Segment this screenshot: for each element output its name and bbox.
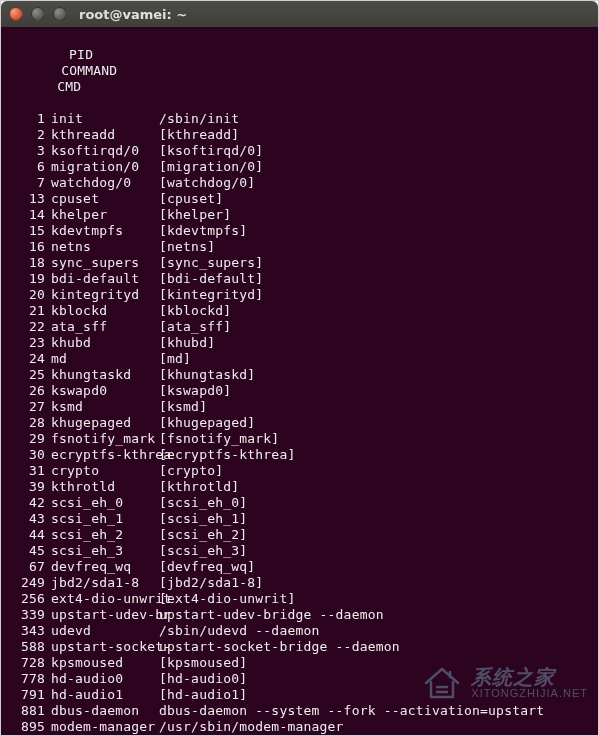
- cell-pid: 29: [7, 431, 45, 447]
- header-cmd: CMD: [55, 79, 81, 95]
- cell-cmd: [scsi_eh_0]: [157, 495, 247, 511]
- window-frame: root@vamei: ~ PID COMMAND CMD 1init/sbin…: [0, 0, 599, 736]
- cell-command: ecryptfs-kthrea: [45, 447, 157, 463]
- window-minimize-button[interactable]: [31, 7, 45, 21]
- process-row: 27ksmd[ksmd]: [7, 399, 592, 415]
- cell-pid: 7: [7, 175, 45, 191]
- cell-command: kthreadd: [45, 127, 157, 143]
- process-row: 7watchdog/0[watchdog/0]: [7, 175, 592, 191]
- cell-cmd: [kdevtmpfs]: [157, 223, 247, 239]
- cell-pid: 67: [7, 559, 45, 575]
- process-row: 339upstart-udev-brupstart-udev-bridge --…: [7, 607, 592, 623]
- cell-pid: 881: [7, 703, 45, 719]
- cell-pid: 19: [7, 271, 45, 287]
- cell-cmd: [jbd2/sda1-8]: [157, 575, 263, 591]
- cell-pid: 20: [7, 287, 45, 303]
- window-maximize-button[interactable]: [53, 7, 67, 21]
- cell-cmd: [bdi-default]: [157, 271, 263, 287]
- cell-cmd: [ksmd]: [157, 399, 207, 415]
- cell-cmd: [crypto]: [157, 463, 223, 479]
- process-row: 22ata_sff[ata_sff]: [7, 319, 592, 335]
- cell-cmd: [khugepaged]: [157, 415, 255, 431]
- cell-pid: 2: [7, 127, 45, 143]
- cell-pid: 39: [7, 479, 45, 495]
- cell-command: khelper: [45, 207, 157, 223]
- cell-command: upstart-socket-: [45, 639, 157, 655]
- cell-command: devfreq_wq: [45, 559, 157, 575]
- cell-cmd: [ksoftirqd/0]: [157, 143, 263, 159]
- cell-command: watchdog/0: [45, 175, 157, 191]
- cell-pid: 25: [7, 367, 45, 383]
- cell-cmd: [cpuset]: [157, 191, 223, 207]
- cell-pid: 18: [7, 255, 45, 271]
- cell-pid: 42: [7, 495, 45, 511]
- window-titlebar[interactable]: root@vamei: ~: [1, 1, 598, 27]
- cell-command: kpsmoused: [45, 655, 157, 671]
- cell-cmd: [scsi_eh_1]: [157, 511, 247, 527]
- cell-cmd: [md]: [157, 351, 191, 367]
- header-pid: PID: [55, 47, 93, 63]
- process-row: 256ext4-dio-unwrit[ext4-dio-unwrit]: [7, 591, 592, 607]
- window-close-button[interactable]: [9, 7, 23, 21]
- process-row: 42scsi_eh_0[scsi_eh_0]: [7, 495, 592, 511]
- cell-pid: 588: [7, 639, 45, 655]
- cell-command: hd-audio0: [45, 671, 157, 687]
- cell-command: md: [45, 351, 157, 367]
- cell-pid: 23: [7, 335, 45, 351]
- cell-command: modem-manager: [45, 719, 157, 735]
- cell-pid: 256: [7, 591, 45, 607]
- cell-cmd: [khelper]: [157, 207, 231, 223]
- cell-pid: 778: [7, 671, 45, 687]
- process-row: 15kdevtmpfs[kdevtmpfs]: [7, 223, 592, 239]
- cell-command: dbus-daemon: [45, 703, 157, 719]
- cell-cmd: [watchdog/0]: [157, 175, 255, 191]
- cell-cmd: [kthrotld]: [157, 479, 239, 495]
- process-row: 25khungtaskd[khungtaskd]: [7, 367, 592, 383]
- cell-cmd: [khubd]: [157, 335, 215, 351]
- process-row: 895modem-manager/usr/sbin/modem-manager: [7, 719, 592, 735]
- cell-pid: 6: [7, 159, 45, 175]
- cell-pid: 30: [7, 447, 45, 463]
- cell-cmd: [ata_sff]: [157, 319, 231, 335]
- cell-pid: 249: [7, 575, 45, 591]
- process-row: 3ksoftirqd/0[ksoftirqd/0]: [7, 143, 592, 159]
- process-row: 791hd-audio1[hd-audio1]: [7, 687, 592, 703]
- process-row: 14khelper[khelper]: [7, 207, 592, 223]
- cell-command: netns: [45, 239, 157, 255]
- process-row: 28khugepaged[khugepaged]: [7, 415, 592, 431]
- cell-cmd: upstart-udev-bridge --daemon: [157, 607, 384, 623]
- process-row: 26kswapd0[kswapd0]: [7, 383, 592, 399]
- cell-command: khugepaged: [45, 415, 157, 431]
- cell-pid: 22: [7, 319, 45, 335]
- cell-command: bdi-default: [45, 271, 157, 287]
- cell-cmd: [kintegrityd]: [157, 287, 263, 303]
- cell-command: init: [45, 111, 157, 127]
- cell-command: crypto: [45, 463, 157, 479]
- cell-command: ext4-dio-unwrit: [45, 591, 157, 607]
- cell-command: ksoftirqd/0: [45, 143, 157, 159]
- terminal-area[interactable]: PID COMMAND CMD 1init/sbin/init2kthreadd…: [1, 27, 598, 735]
- process-row: 1init/sbin/init: [7, 111, 592, 127]
- cell-cmd: [kpsmoused]: [157, 655, 247, 671]
- cell-command: cpuset: [45, 191, 157, 207]
- cell-cmd: [devfreq_wq]: [157, 559, 255, 575]
- cell-pid: 895: [7, 719, 45, 735]
- process-row: 18sync_supers[sync_supers]: [7, 255, 592, 271]
- cell-cmd: [sync_supers]: [157, 255, 263, 271]
- cell-command: scsi_eh_0: [45, 495, 157, 511]
- cell-pid: 24: [7, 351, 45, 367]
- cell-cmd: [scsi_eh_2]: [157, 527, 247, 543]
- process-row: 6migration/0[migration/0]: [7, 159, 592, 175]
- cell-cmd: dbus-daemon --system --fork --activation…: [157, 703, 544, 719]
- cell-command: fsnotify_mark: [45, 431, 157, 447]
- cell-pid: 26: [7, 383, 45, 399]
- cell-pid: 14: [7, 207, 45, 223]
- cell-command: jbd2/sda1-8: [45, 575, 157, 591]
- cell-pid: 791: [7, 687, 45, 703]
- process-row: 249jbd2/sda1-8[jbd2/sda1-8]: [7, 575, 592, 591]
- process-row: 43scsi_eh_1[scsi_eh_1]: [7, 511, 592, 527]
- process-row: 44scsi_eh_2[scsi_eh_2]: [7, 527, 592, 543]
- ps-header-row: PID COMMAND CMD: [7, 31, 592, 111]
- cell-cmd: [fsnotify_mark]: [157, 431, 279, 447]
- cell-command: migration/0: [45, 159, 157, 175]
